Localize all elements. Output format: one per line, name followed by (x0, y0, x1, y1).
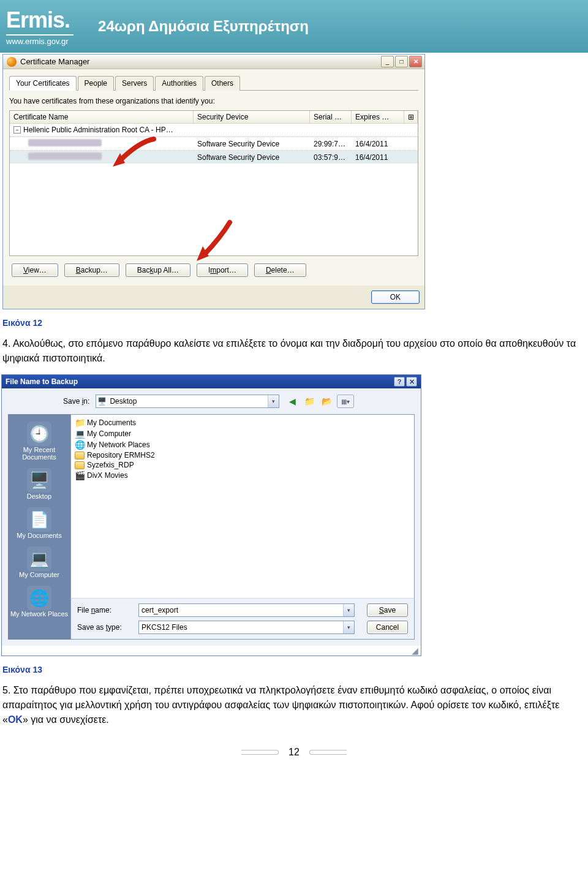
page-number: 12 (279, 746, 309, 759)
places-bar: 🕘My Recent Documents 🖥️Desktop 📄My Docum… (8, 414, 70, 640)
col-security-device[interactable]: Security Device (194, 111, 310, 123)
backup-button[interactable]: Backup… (64, 263, 119, 277)
folder-icon: 📁 (75, 418, 85, 428)
cert-serial: 29:99:7… (310, 138, 352, 150)
place-desktop[interactable]: 🖥️Desktop (8, 464, 70, 504)
cert-expires: 16/4/2011 (352, 151, 418, 164)
documents-icon: 📄 (27, 507, 51, 532)
backup-save-dialog: File Name to Backup ? ✕ Save in: 🖥️ Desk… (1, 374, 421, 656)
step-5-text: 5. Στο παράθυρο που εμφανίζεται, πρέπει … (2, 683, 586, 727)
window-title: Certificate Manager (20, 57, 89, 66)
place-documents[interactable]: 📄My Documents (8, 504, 70, 543)
red-arrow-icon (193, 219, 236, 268)
delete-button[interactable]: Delete… (254, 263, 306, 277)
tab-others[interactable]: Others (205, 76, 240, 91)
cert-expires: 16/4/2011 (352, 138, 418, 150)
ok-button[interactable]: OK (371, 290, 420, 304)
tab-servers[interactable]: Servers (115, 76, 154, 91)
back-icon[interactable]: ◀ (285, 395, 299, 408)
resize-grip-icon[interactable]: ◢ (2, 646, 421, 656)
filename-label: File name: (77, 606, 132, 614)
view-button[interactable]: View… (12, 263, 58, 277)
folder-icon (75, 452, 85, 459)
tab-your-certificates[interactable]: Your Certificates (9, 76, 77, 91)
type-label: Save as type: (77, 623, 132, 632)
col-expires[interactable]: Expires … (352, 111, 404, 123)
save-button[interactable]: Save (367, 603, 408, 617)
list-item[interactable]: 📁My Documents (74, 417, 412, 428)
app-icon: 🎬 (75, 471, 85, 480)
cancel-button[interactable]: Cancel (367, 621, 408, 634)
savein-row: Save in: 🖥️ Desktop ▾ ◀ 📁 📂 ▦▾ (2, 388, 421, 408)
window-titlebar: Certificate Manager _ □ ✕ (3, 55, 424, 69)
computer-icon: 💻 (27, 546, 51, 571)
list-item[interactable]: 🎬DivX Movies (74, 470, 412, 481)
figure-label-13: Εικόνα 13 (2, 665, 586, 675)
certificate-manager-window: Certificate Manager _ □ ✕ Your Certifica… (2, 54, 425, 309)
savein-value: Desktop (107, 397, 268, 406)
step-4-text: 4. Ακολούθως, στο επόμενο παράθυρο καλεί… (2, 336, 586, 366)
savein-combo[interactable]: 🖥️ Desktop ▾ (96, 395, 279, 408)
savein-label: Save in: (63, 397, 89, 406)
caption: You have certificates from these organiz… (9, 97, 418, 105)
tree-collapse-icon[interactable]: − (13, 126, 21, 134)
desktop-icon: 🖥️ (27, 468, 51, 493)
cert-serial: 03:57:9… (310, 151, 352, 164)
logo-url: www.ermis.gov.gr (6, 37, 74, 46)
filename-input[interactable]: cert_export ▾ (138, 603, 355, 617)
network-icon: 🌐 (27, 586, 51, 610)
logo-main: Ermis. (6, 7, 74, 36)
type-combo[interactable]: PKCS12 Files ▾ (138, 621, 355, 634)
tab-people[interactable]: People (78, 76, 114, 91)
col-serial[interactable]: Serial … (310, 111, 352, 123)
logo: Ermis. www.ermis.gov.gr (6, 7, 74, 46)
file-list[interactable]: 📁My Documents 💻My Computer 🌐My Network P… (70, 414, 415, 598)
place-computer[interactable]: 💻My Computer (8, 543, 70, 582)
list-item[interactable]: 🌐My Network Places (74, 439, 412, 450)
maximize-button[interactable]: □ (395, 56, 408, 67)
list-item[interactable]: Repository ERMHS2 (74, 450, 412, 460)
cert-root-name: Hellenic Public Administration Root CA -… (23, 126, 173, 134)
network-icon: 🌐 (75, 440, 85, 450)
tabs: Your Certificates People Servers Authori… (9, 75, 418, 91)
list-header: Certificate Name Security Device Serial … (10, 111, 418, 124)
cert-row[interactable]: Software Security Device 29:99:7… 16/4/2… (10, 137, 418, 151)
tab-authorities[interactable]: Authorities (155, 76, 203, 91)
up-icon[interactable]: 📁 (303, 395, 316, 408)
firefox-icon (7, 57, 17, 67)
folder-icon (75, 461, 85, 469)
dialog-title: File Name to Backup (6, 377, 78, 386)
cert-name-redacted (28, 153, 102, 160)
col-picker[interactable]: ⊞ (404, 111, 418, 123)
new-folder-icon[interactable]: 📂 (320, 395, 333, 408)
help-button[interactable]: ? (394, 377, 405, 387)
dropdown-icon[interactable]: ▾ (343, 604, 354, 616)
close-button[interactable]: ✕ (409, 56, 422, 67)
cert-row[interactable]: Software Security Device 03:57:9… 16/4/2… (10, 151, 418, 164)
recent-icon: 🕘 (27, 421, 51, 446)
header-tagline: 24ωρη Δημόσια Εξυπηρέτηση (98, 18, 309, 35)
col-certificate-name[interactable]: Certificate Name (10, 111, 194, 123)
page-header: Ermis. www.ermis.gov.gr 24ωρη Δημόσια Εξ… (0, 0, 588, 53)
close-button[interactable]: ✕ (406, 377, 417, 387)
computer-icon: 💻 (75, 429, 85, 439)
place-recent[interactable]: 🕘My Recent Documents (8, 418, 70, 464)
cert-device: Software Security Device (194, 151, 310, 164)
backup-all-button[interactable]: Backup All… (126, 263, 190, 277)
list-item[interactable]: 💻My Computer (74, 428, 412, 439)
view-menu-icon[interactable]: ▦▾ (337, 395, 354, 408)
page-number-wrap: 12 (0, 746, 588, 759)
dropdown-icon[interactable]: ▾ (343, 621, 354, 633)
place-network[interactable]: 🌐My Network Places (8, 582, 70, 621)
list-item[interactable]: Syzefxis_RDP (74, 460, 412, 470)
dropdown-icon[interactable]: ▾ (268, 395, 279, 407)
desktop-icon: 🖥️ (96, 397, 107, 406)
red-arrow-icon (108, 136, 157, 173)
cert-root-row[interactable]: − Hellenic Public Administration Root CA… (10, 124, 418, 137)
cert-device: Software Security Device (194, 138, 310, 150)
cert-name-redacted (28, 139, 102, 146)
minimize-button[interactable]: _ (381, 56, 394, 67)
figure-label-12: Εικόνα 12 (2, 318, 586, 328)
dialog-titlebar: File Name to Backup ? ✕ (2, 375, 421, 388)
